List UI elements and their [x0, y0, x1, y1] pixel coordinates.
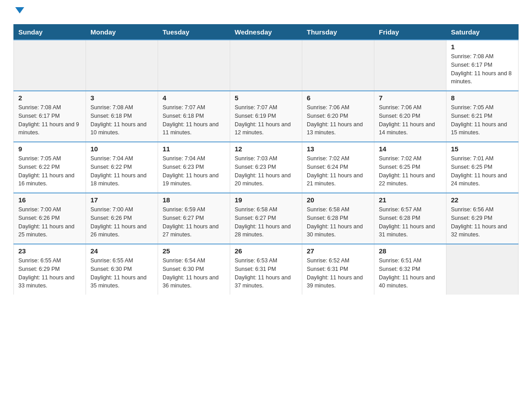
calendar-cell: 6Sunrise: 7:06 AM Sunset: 6:20 PM Daylig…	[302, 91, 374, 142]
calendar-cell: 16Sunrise: 7:00 AM Sunset: 6:26 PM Dayli…	[14, 193, 86, 244]
day-info: Sunrise: 7:08 AM Sunset: 6:18 PM Dayligh…	[90, 103, 153, 137]
day-number: 12	[235, 145, 297, 153]
day-info: Sunrise: 7:05 AM Sunset: 6:22 PM Dayligh…	[18, 154, 81, 188]
calendar-table: SundayMondayTuesdayWednesdayThursdayFrid…	[13, 24, 519, 295]
weekday-header-wednesday: Wednesday	[230, 25, 302, 40]
week-row-4: 16Sunrise: 7:00 AM Sunset: 6:26 PM Dayli…	[14, 193, 519, 244]
calendar-cell: 18Sunrise: 6:59 AM Sunset: 6:27 PM Dayli…	[158, 193, 230, 244]
calendar-cell: 25Sunrise: 6:54 AM Sunset: 6:30 PM Dayli…	[158, 244, 230, 295]
calendar-cell: 14Sunrise: 7:02 AM Sunset: 6:25 PM Dayli…	[374, 142, 446, 193]
day-info: Sunrise: 6:57 AM Sunset: 6:28 PM Dayligh…	[379, 206, 442, 239]
week-row-1: 1Sunrise: 7:08 AM Sunset: 6:17 PM Daylig…	[14, 40, 519, 91]
calendar-cell: 11Sunrise: 7:04 AM Sunset: 6:23 PM Dayli…	[158, 142, 230, 193]
calendar-cell	[446, 244, 519, 295]
calendar-cell: 5Sunrise: 7:07 AM Sunset: 6:19 PM Daylig…	[230, 91, 302, 142]
calendar-cell: 27Sunrise: 6:52 AM Sunset: 6:31 PM Dayli…	[302, 244, 374, 295]
day-number: 20	[307, 196, 369, 204]
calendar-cell: 19Sunrise: 6:58 AM Sunset: 6:27 PM Dayli…	[230, 193, 302, 244]
calendar-cell: 23Sunrise: 6:55 AM Sunset: 6:29 PM Dayli…	[14, 244, 86, 295]
calendar-cell: 7Sunrise: 7:06 AM Sunset: 6:20 PM Daylig…	[374, 91, 446, 142]
day-number: 21	[379, 196, 442, 204]
day-number: 14	[379, 145, 442, 153]
calendar-cell	[230, 40, 302, 91]
calendar-cell: 2Sunrise: 7:08 AM Sunset: 6:17 PM Daylig…	[14, 91, 86, 142]
day-number: 28	[379, 247, 442, 255]
day-number: 4	[163, 94, 225, 102]
weekday-header-tuesday: Tuesday	[158, 25, 230, 40]
day-info: Sunrise: 7:00 AM Sunset: 6:26 PM Dayligh…	[90, 206, 153, 239]
day-info: Sunrise: 6:51 AM Sunset: 6:32 PM Dayligh…	[379, 257, 442, 290]
weekday-header-saturday: Saturday	[446, 25, 519, 40]
day-info: Sunrise: 7:07 AM Sunset: 6:18 PM Dayligh…	[163, 103, 225, 137]
day-number: 16	[18, 196, 81, 204]
day-info: Sunrise: 6:55 AM Sunset: 6:29 PM Dayligh…	[18, 257, 81, 290]
day-number: 9	[18, 145, 81, 153]
calendar-cell	[374, 40, 446, 91]
calendar-cell: 10Sunrise: 7:04 AM Sunset: 6:22 PM Dayli…	[86, 142, 158, 193]
day-info: Sunrise: 7:03 AM Sunset: 6:23 PM Dayligh…	[235, 154, 297, 188]
page-header	[13, 9, 519, 15]
week-row-3: 9Sunrise: 7:05 AM Sunset: 6:22 PM Daylig…	[14, 142, 519, 193]
day-info: Sunrise: 6:55 AM Sunset: 6:30 PM Dayligh…	[90, 257, 153, 290]
day-info: Sunrise: 7:04 AM Sunset: 6:22 PM Dayligh…	[90, 154, 153, 188]
day-number: 8	[451, 94, 514, 102]
day-info: Sunrise: 6:54 AM Sunset: 6:30 PM Dayligh…	[163, 257, 225, 290]
day-info: Sunrise: 7:01 AM Sunset: 6:25 PM Dayligh…	[451, 154, 514, 188]
day-number: 1	[451, 43, 514, 51]
day-info: Sunrise: 6:56 AM Sunset: 6:29 PM Dayligh…	[451, 206, 514, 239]
day-number: 3	[90, 94, 153, 102]
calendar-cell	[302, 40, 374, 91]
calendar-cell: 1Sunrise: 7:08 AM Sunset: 6:17 PM Daylig…	[446, 40, 519, 91]
day-info: Sunrise: 7:00 AM Sunset: 6:26 PM Dayligh…	[18, 206, 81, 239]
day-number: 27	[307, 247, 369, 255]
day-info: Sunrise: 7:04 AM Sunset: 6:23 PM Dayligh…	[163, 154, 225, 188]
day-number: 2	[18, 94, 81, 102]
calendar-cell: 9Sunrise: 7:05 AM Sunset: 6:22 PM Daylig…	[14, 142, 86, 193]
calendar-cell: 28Sunrise: 6:51 AM Sunset: 6:32 PM Dayli…	[374, 244, 446, 295]
weekday-header-monday: Monday	[86, 25, 158, 40]
day-number: 19	[235, 196, 297, 204]
day-number: 13	[307, 145, 369, 153]
calendar-header: SundayMondayTuesdayWednesdayThursdayFrid…	[14, 25, 519, 40]
day-info: Sunrise: 7:05 AM Sunset: 6:21 PM Dayligh…	[451, 103, 514, 137]
calendar-body: 1Sunrise: 7:08 AM Sunset: 6:17 PM Daylig…	[14, 40, 519, 295]
calendar-cell: 12Sunrise: 7:03 AM Sunset: 6:23 PM Dayli…	[230, 142, 302, 193]
day-number: 24	[90, 247, 153, 255]
calendar-cell: 26Sunrise: 6:53 AM Sunset: 6:31 PM Dayli…	[230, 244, 302, 295]
calendar-cell: 24Sunrise: 6:55 AM Sunset: 6:30 PM Dayli…	[86, 244, 158, 295]
weekday-header-friday: Friday	[374, 25, 446, 40]
calendar-cell: 17Sunrise: 7:00 AM Sunset: 6:26 PM Dayli…	[86, 193, 158, 244]
day-info: Sunrise: 7:02 AM Sunset: 6:24 PM Dayligh…	[307, 154, 369, 188]
day-info: Sunrise: 6:58 AM Sunset: 6:27 PM Dayligh…	[235, 206, 297, 239]
calendar-cell	[14, 40, 86, 91]
day-number: 5	[235, 94, 297, 102]
week-row-5: 23Sunrise: 6:55 AM Sunset: 6:29 PM Dayli…	[14, 244, 519, 295]
day-number: 26	[235, 247, 297, 255]
day-number: 23	[18, 247, 81, 255]
day-info: Sunrise: 7:06 AM Sunset: 6:20 PM Dayligh…	[307, 103, 369, 137]
day-number: 17	[90, 196, 153, 204]
day-number: 22	[451, 196, 514, 204]
day-info: Sunrise: 7:07 AM Sunset: 6:19 PM Dayligh…	[235, 103, 297, 137]
weekday-header-thursday: Thursday	[302, 25, 374, 40]
day-info: Sunrise: 7:08 AM Sunset: 6:17 PM Dayligh…	[451, 52, 514, 86]
calendar-cell: 15Sunrise: 7:01 AM Sunset: 6:25 PM Dayli…	[446, 142, 519, 193]
day-info: Sunrise: 7:08 AM Sunset: 6:17 PM Dayligh…	[18, 103, 81, 137]
day-info: Sunrise: 6:59 AM Sunset: 6:27 PM Dayligh…	[163, 206, 225, 239]
calendar-cell: 22Sunrise: 6:56 AM Sunset: 6:29 PM Dayli…	[446, 193, 519, 244]
day-number: 10	[90, 145, 153, 153]
day-number: 15	[451, 145, 514, 153]
calendar-cell	[86, 40, 158, 91]
day-number: 25	[163, 247, 225, 255]
calendar-cell: 8Sunrise: 7:05 AM Sunset: 6:21 PM Daylig…	[446, 91, 519, 142]
calendar-cell: 13Sunrise: 7:02 AM Sunset: 6:24 PM Dayli…	[302, 142, 374, 193]
day-number: 18	[163, 196, 225, 204]
day-number: 7	[379, 94, 442, 102]
calendar-cell: 3Sunrise: 7:08 AM Sunset: 6:18 PM Daylig…	[86, 91, 158, 142]
calendar-cell: 21Sunrise: 6:57 AM Sunset: 6:28 PM Dayli…	[374, 193, 446, 244]
day-info: Sunrise: 6:53 AM Sunset: 6:31 PM Dayligh…	[235, 257, 297, 290]
day-info: Sunrise: 7:02 AM Sunset: 6:25 PM Dayligh…	[379, 154, 442, 188]
day-info: Sunrise: 6:52 AM Sunset: 6:31 PM Dayligh…	[307, 257, 369, 290]
day-number: 6	[307, 94, 369, 102]
calendar-cell: 4Sunrise: 7:07 AM Sunset: 6:18 PM Daylig…	[158, 91, 230, 142]
